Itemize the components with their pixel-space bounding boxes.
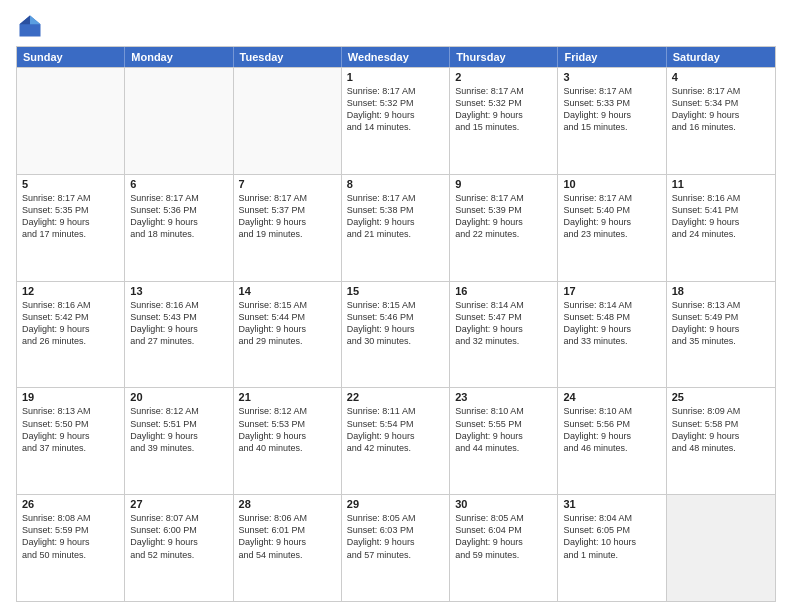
calendar-header-cell: Monday xyxy=(125,47,233,67)
calendar-cell: 20Sunrise: 8:12 AM Sunset: 5:51 PM Dayli… xyxy=(125,388,233,494)
day-number: 9 xyxy=(455,178,552,190)
calendar-cell: 21Sunrise: 8:12 AM Sunset: 5:53 PM Dayli… xyxy=(234,388,342,494)
svg-marker-2 xyxy=(20,16,31,25)
day-number: 17 xyxy=(563,285,660,297)
day-info: Sunrise: 8:17 AM Sunset: 5:40 PM Dayligh… xyxy=(563,192,660,241)
calendar-cell: 1Sunrise: 8:17 AM Sunset: 5:32 PM Daylig… xyxy=(342,68,450,174)
day-info: Sunrise: 8:17 AM Sunset: 5:39 PM Dayligh… xyxy=(455,192,552,241)
day-number: 1 xyxy=(347,71,444,83)
day-number: 5 xyxy=(22,178,119,190)
svg-marker-1 xyxy=(30,16,41,25)
calendar-cell: 25Sunrise: 8:09 AM Sunset: 5:58 PM Dayli… xyxy=(667,388,775,494)
day-number: 25 xyxy=(672,391,770,403)
calendar-cell: 16Sunrise: 8:14 AM Sunset: 5:47 PM Dayli… xyxy=(450,282,558,388)
day-info: Sunrise: 8:06 AM Sunset: 6:01 PM Dayligh… xyxy=(239,512,336,561)
day-number: 2 xyxy=(455,71,552,83)
calendar-cell: 2Sunrise: 8:17 AM Sunset: 5:32 PM Daylig… xyxy=(450,68,558,174)
day-info: Sunrise: 8:05 AM Sunset: 6:04 PM Dayligh… xyxy=(455,512,552,561)
day-info: Sunrise: 8:17 AM Sunset: 5:37 PM Dayligh… xyxy=(239,192,336,241)
calendar-body: 1Sunrise: 8:17 AM Sunset: 5:32 PM Daylig… xyxy=(17,67,775,601)
day-info: Sunrise: 8:16 AM Sunset: 5:42 PM Dayligh… xyxy=(22,299,119,348)
calendar-cell xyxy=(17,68,125,174)
calendar-header-cell: Friday xyxy=(558,47,666,67)
calendar-week: 12Sunrise: 8:16 AM Sunset: 5:42 PM Dayli… xyxy=(17,281,775,388)
calendar-week: 19Sunrise: 8:13 AM Sunset: 5:50 PM Dayli… xyxy=(17,387,775,494)
day-info: Sunrise: 8:09 AM Sunset: 5:58 PM Dayligh… xyxy=(672,405,770,454)
calendar-cell: 15Sunrise: 8:15 AM Sunset: 5:46 PM Dayli… xyxy=(342,282,450,388)
calendar-header-cell: Wednesday xyxy=(342,47,450,67)
calendar-header-cell: Tuesday xyxy=(234,47,342,67)
calendar-cell: 7Sunrise: 8:17 AM Sunset: 5:37 PM Daylig… xyxy=(234,175,342,281)
day-info: Sunrise: 8:16 AM Sunset: 5:43 PM Dayligh… xyxy=(130,299,227,348)
day-info: Sunrise: 8:12 AM Sunset: 5:53 PM Dayligh… xyxy=(239,405,336,454)
day-info: Sunrise: 8:11 AM Sunset: 5:54 PM Dayligh… xyxy=(347,405,444,454)
calendar-cell: 19Sunrise: 8:13 AM Sunset: 5:50 PM Dayli… xyxy=(17,388,125,494)
page: SundayMondayTuesdayWednesdayThursdayFrid… xyxy=(0,0,792,612)
calendar-header-cell: Sunday xyxy=(17,47,125,67)
day-number: 23 xyxy=(455,391,552,403)
day-number: 13 xyxy=(130,285,227,297)
day-number: 19 xyxy=(22,391,119,403)
calendar-cell: 12Sunrise: 8:16 AM Sunset: 5:42 PM Dayli… xyxy=(17,282,125,388)
day-number: 26 xyxy=(22,498,119,510)
day-info: Sunrise: 8:17 AM Sunset: 5:34 PM Dayligh… xyxy=(672,85,770,134)
day-info: Sunrise: 8:10 AM Sunset: 5:55 PM Dayligh… xyxy=(455,405,552,454)
day-number: 21 xyxy=(239,391,336,403)
calendar-cell: 8Sunrise: 8:17 AM Sunset: 5:38 PM Daylig… xyxy=(342,175,450,281)
day-info: Sunrise: 8:17 AM Sunset: 5:38 PM Dayligh… xyxy=(347,192,444,241)
logo-icon xyxy=(16,12,44,40)
calendar-header-cell: Thursday xyxy=(450,47,558,67)
calendar-header: SundayMondayTuesdayWednesdayThursdayFrid… xyxy=(17,47,775,67)
calendar-cell xyxy=(234,68,342,174)
day-number: 7 xyxy=(239,178,336,190)
calendar-cell: 11Sunrise: 8:16 AM Sunset: 5:41 PM Dayli… xyxy=(667,175,775,281)
day-number: 28 xyxy=(239,498,336,510)
day-number: 20 xyxy=(130,391,227,403)
day-number: 22 xyxy=(347,391,444,403)
calendar-cell: 14Sunrise: 8:15 AM Sunset: 5:44 PM Dayli… xyxy=(234,282,342,388)
day-number: 18 xyxy=(672,285,770,297)
calendar-cell: 22Sunrise: 8:11 AM Sunset: 5:54 PM Dayli… xyxy=(342,388,450,494)
calendar-week: 26Sunrise: 8:08 AM Sunset: 5:59 PM Dayli… xyxy=(17,494,775,601)
day-number: 29 xyxy=(347,498,444,510)
day-info: Sunrise: 8:17 AM Sunset: 5:33 PM Dayligh… xyxy=(563,85,660,134)
calendar-cell: 30Sunrise: 8:05 AM Sunset: 6:04 PM Dayli… xyxy=(450,495,558,601)
day-info: Sunrise: 8:07 AM Sunset: 6:00 PM Dayligh… xyxy=(130,512,227,561)
day-info: Sunrise: 8:05 AM Sunset: 6:03 PM Dayligh… xyxy=(347,512,444,561)
day-number: 6 xyxy=(130,178,227,190)
day-number: 27 xyxy=(130,498,227,510)
day-number: 15 xyxy=(347,285,444,297)
day-info: Sunrise: 8:17 AM Sunset: 5:36 PM Dayligh… xyxy=(130,192,227,241)
calendar-cell xyxy=(125,68,233,174)
calendar-cell: 6Sunrise: 8:17 AM Sunset: 5:36 PM Daylig… xyxy=(125,175,233,281)
day-info: Sunrise: 8:14 AM Sunset: 5:47 PM Dayligh… xyxy=(455,299,552,348)
day-info: Sunrise: 8:13 AM Sunset: 5:50 PM Dayligh… xyxy=(22,405,119,454)
day-number: 30 xyxy=(455,498,552,510)
calendar-week: 1Sunrise: 8:17 AM Sunset: 5:32 PM Daylig… xyxy=(17,67,775,174)
header xyxy=(16,12,776,40)
day-number: 31 xyxy=(563,498,660,510)
day-info: Sunrise: 8:13 AM Sunset: 5:49 PM Dayligh… xyxy=(672,299,770,348)
calendar-cell: 31Sunrise: 8:04 AM Sunset: 6:05 PM Dayli… xyxy=(558,495,666,601)
day-info: Sunrise: 8:15 AM Sunset: 5:46 PM Dayligh… xyxy=(347,299,444,348)
calendar-cell: 18Sunrise: 8:13 AM Sunset: 5:49 PM Dayli… xyxy=(667,282,775,388)
day-info: Sunrise: 8:10 AM Sunset: 5:56 PM Dayligh… xyxy=(563,405,660,454)
day-info: Sunrise: 8:17 AM Sunset: 5:32 PM Dayligh… xyxy=(347,85,444,134)
calendar-cell: 29Sunrise: 8:05 AM Sunset: 6:03 PM Dayli… xyxy=(342,495,450,601)
calendar: SundayMondayTuesdayWednesdayThursdayFrid… xyxy=(16,46,776,602)
calendar-cell: 24Sunrise: 8:10 AM Sunset: 5:56 PM Dayli… xyxy=(558,388,666,494)
day-info: Sunrise: 8:17 AM Sunset: 5:35 PM Dayligh… xyxy=(22,192,119,241)
day-number: 16 xyxy=(455,285,552,297)
day-info: Sunrise: 8:14 AM Sunset: 5:48 PM Dayligh… xyxy=(563,299,660,348)
day-number: 12 xyxy=(22,285,119,297)
day-number: 14 xyxy=(239,285,336,297)
calendar-cell: 3Sunrise: 8:17 AM Sunset: 5:33 PM Daylig… xyxy=(558,68,666,174)
calendar-cell xyxy=(667,495,775,601)
day-info: Sunrise: 8:17 AM Sunset: 5:32 PM Dayligh… xyxy=(455,85,552,134)
day-info: Sunrise: 8:15 AM Sunset: 5:44 PM Dayligh… xyxy=(239,299,336,348)
calendar-cell: 28Sunrise: 8:06 AM Sunset: 6:01 PM Dayli… xyxy=(234,495,342,601)
day-number: 10 xyxy=(563,178,660,190)
calendar-cell: 4Sunrise: 8:17 AM Sunset: 5:34 PM Daylig… xyxy=(667,68,775,174)
calendar-cell: 17Sunrise: 8:14 AM Sunset: 5:48 PM Dayli… xyxy=(558,282,666,388)
day-number: 11 xyxy=(672,178,770,190)
